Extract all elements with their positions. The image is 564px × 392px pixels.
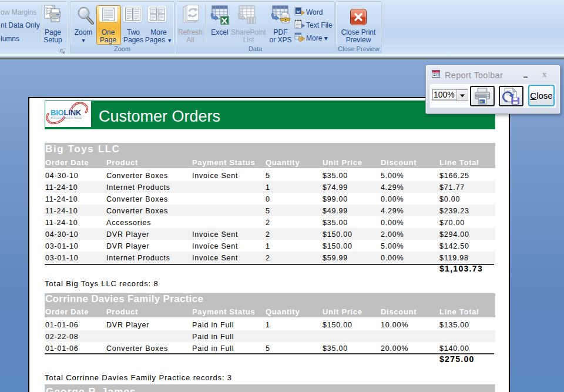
svg-text:BIOLINK: BIOLINK <box>51 108 82 117</box>
svg-text:Executive Search Group: Executive Search Group <box>51 116 82 119</box>
svg-text:w: w <box>297 8 300 14</box>
